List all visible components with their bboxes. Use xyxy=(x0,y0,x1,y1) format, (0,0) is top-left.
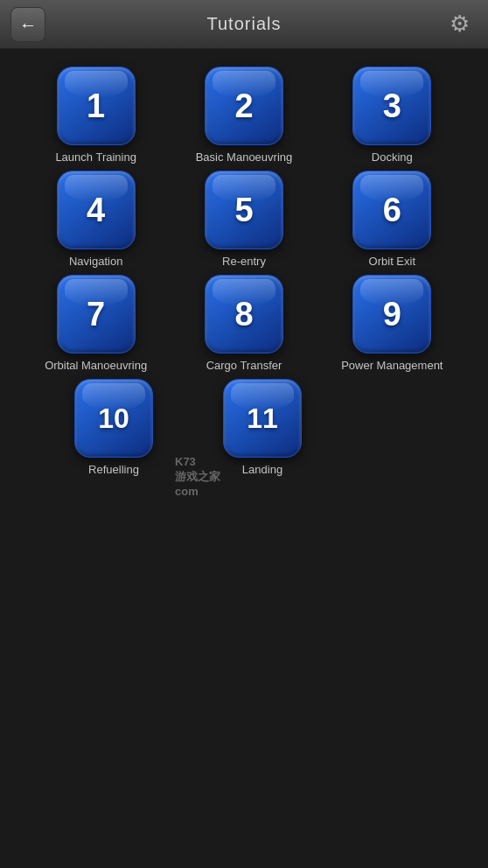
tutorial-number-9: 9 xyxy=(383,296,401,333)
tutorial-btn-3[interactable]: 3 xyxy=(352,66,431,145)
settings-button[interactable]: ⚙ xyxy=(443,7,478,42)
tutorial-number-10: 10 xyxy=(98,402,129,435)
tutorial-btn-9[interactable]: 9 xyxy=(352,275,431,354)
grid-row-4: 10 Refuelling 11 Landing xyxy=(26,379,462,476)
app-header: ← Tutorials ⚙ xyxy=(0,0,488,49)
tutorial-label-5: Re-entry xyxy=(222,255,266,268)
grid-row-3: 7 Orbital Manoeuvring 8 Cargo Transfer 9… xyxy=(26,275,462,372)
tutorial-label-11: Landing xyxy=(242,463,282,476)
tutorial-item-1[interactable]: 1 Launch Training xyxy=(35,66,157,164)
tutorial-number-4: 4 xyxy=(87,192,105,229)
back-button[interactable]: ← xyxy=(10,7,45,42)
tutorial-item-3[interactable]: 3 Docking xyxy=(331,66,453,164)
tutorial-label-3: Docking xyxy=(372,150,413,164)
tutorial-label-7: Orbital Manoeuvring xyxy=(45,359,147,372)
tutorial-btn-2[interactable]: 2 xyxy=(205,66,283,145)
tutorial-item-5[interactable]: 5 Re-entry xyxy=(183,171,305,268)
tutorial-item-2[interactable]: 2 Basic Manoeuvring xyxy=(183,66,305,164)
tutorial-label-10: Refuelling xyxy=(88,463,139,476)
tutorial-btn-7[interactable]: 7 xyxy=(57,275,136,354)
tutorial-label-9: Power Management xyxy=(341,359,443,372)
tutorial-number-7: 7 xyxy=(87,296,105,333)
tutorial-label-8: Cargo Transfer xyxy=(206,359,282,372)
grid-row-1: 1 Launch Training 2 Basic Manoeuvring 3 … xyxy=(26,66,462,164)
tutorials-grid: 1 Launch Training 2 Basic Manoeuvring 3 … xyxy=(26,66,462,476)
tutorial-btn-1[interactable]: 1 xyxy=(57,66,136,145)
page-title: Tutorials xyxy=(207,14,282,34)
tutorial-item-9[interactable]: 9 Power Management xyxy=(331,275,453,372)
tutorials-content: 1 Launch Training 2 Basic Manoeuvring 3 … xyxy=(0,49,488,494)
tutorial-btn-8[interactable]: 8 xyxy=(205,275,283,354)
tutorial-number-6: 6 xyxy=(383,192,401,229)
tutorial-number-3: 3 xyxy=(383,88,401,125)
tutorial-btn-11[interactable]: 11 xyxy=(223,379,302,458)
tutorial-item-4[interactable]: 4 Navigation xyxy=(35,171,157,268)
gear-icon: ⚙ xyxy=(450,10,470,38)
tutorial-label-6: Orbit Exit xyxy=(369,255,415,268)
tutorial-number-5: 5 xyxy=(234,192,253,229)
tutorial-label-2: Basic Manoeuvring xyxy=(196,150,293,164)
tutorial-number-2: 2 xyxy=(234,88,253,125)
tutorial-btn-10[interactable]: 10 xyxy=(74,379,153,458)
tutorial-btn-6[interactable]: 6 xyxy=(352,171,431,249)
tutorial-number-8: 8 xyxy=(234,296,253,333)
tutorial-item-6[interactable]: 6 Orbit Exit xyxy=(331,171,453,268)
tutorial-btn-5[interactable]: 5 xyxy=(205,171,283,249)
tutorial-label-1: Launch Training xyxy=(55,150,136,164)
grid-row-2: 4 Navigation 5 Re-entry 6 Orbit Exit xyxy=(26,171,462,268)
tutorial-number-1: 1 xyxy=(87,88,105,125)
tutorial-item-7[interactable]: 7 Orbital Manoeuvring xyxy=(35,275,157,372)
back-icon: ← xyxy=(19,16,37,33)
tutorial-item-11[interactable]: 11 Landing xyxy=(201,379,324,476)
tutorial-btn-4[interactable]: 4 xyxy=(57,171,136,249)
tutorial-item-10[interactable]: 10 Refuelling xyxy=(52,379,175,476)
tutorial-number-11: 11 xyxy=(247,402,278,435)
tutorial-item-8[interactable]: 8 Cargo Transfer xyxy=(183,275,305,372)
tutorial-label-4: Navigation xyxy=(69,255,122,268)
